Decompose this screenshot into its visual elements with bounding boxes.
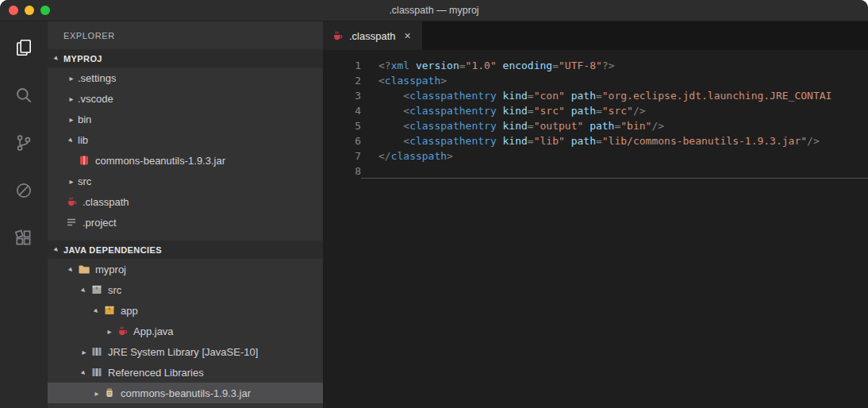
twistie-icon: ▸ [49, 242, 64, 257]
tree-item-commons-beanutils-1-9-3-jar[interactable]: commons-beanutils-1.9.3.jar [48, 150, 323, 171]
line-number: 4 [323, 103, 361, 118]
tree-item-bin[interactable]: ▸bin [48, 109, 323, 129]
explorer-sidebar: EXPLORER ▸MYPROJ▸.settings▸.vscode▸bin▸l… [48, 21, 323, 408]
line-number: 3 [323, 88, 361, 103]
activity-bar [0, 21, 48, 408]
activity-extensions-button[interactable] [6, 221, 42, 258]
titlebar: .classpath — myproj [0, 0, 868, 21]
code-text: </classpath> [361, 148, 868, 164]
tree-item-label: App.java [133, 325, 174, 337]
tree-item-referenced-libraries[interactable]: ▸Referenced Libraries [48, 362, 323, 383]
extensions-icon [13, 228, 34, 252]
activity-debug-button[interactable] [6, 174, 42, 210]
twistie-icon: ▸ [65, 177, 78, 186]
tree-item-label: .classpath [83, 196, 129, 208]
tree-item-label: bin [78, 114, 91, 125]
section-label: MYPROJ [63, 54, 102, 64]
tab-label: .classpath [349, 30, 396, 42]
line-number: 6 [323, 133, 361, 148]
section-header-java-dependencies[interactable]: ▸JAVA DEPENDENCIES [48, 241, 323, 259]
code-text: <?xml version="1.0" encoding="UTF-8"?> [361, 58, 868, 73]
tree-item-label: app [121, 305, 138, 317]
code-line-8: 8 [323, 164, 868, 179]
editor-group: .classpath × 1<?xml version="1.0" encodi… [323, 21, 868, 408]
line-number: 1 [323, 58, 361, 73]
tree-item-myproj[interactable]: ▸myproj [48, 259, 323, 279]
source-control-icon [13, 133, 34, 156]
line-number: 8 [323, 164, 361, 179]
code-line-4: 4 <classpathentry kind="src" path="src"/… [323, 103, 868, 118]
tab-classpath[interactable]: .classpath × [323, 21, 422, 50]
code-text: <classpathentry kind="output" path="bin"… [361, 118, 868, 133]
tree-item-vscode[interactable]: ▸.vscode [48, 88, 323, 109]
tree-item-label: src [108, 284, 121, 296]
line-number: 2 [323, 73, 361, 88]
tree-item-label: .settings [78, 72, 116, 84]
code-line-6: 6 <classpathentry kind="lib" path="lib/c… [323, 133, 868, 148]
section-label: JAVA DEPENDENCIES [63, 245, 162, 255]
code-line-2: 2<classpath> [323, 73, 868, 88]
tree-item-src[interactable]: ▸src [48, 171, 323, 191]
twistie-icon: ▸ [76, 282, 91, 297]
zoom-window-button[interactable] [40, 6, 50, 15]
debug-disabled-icon [13, 180, 34, 204]
library-icon [90, 345, 103, 358]
code-line-3: 3 <classpathentry kind="con" path="org.e… [323, 88, 868, 103]
package-orange-icon [103, 304, 116, 317]
tree-item-commons-beanutils-1-9-3-jar[interactable]: ▸commons-beanutils-1.9.3.jar [48, 383, 323, 403]
vscode-window: .classpath — myproj [0, 0, 868, 408]
twistie-icon: ▸ [65, 115, 78, 124]
line-number: 7 [323, 148, 361, 164]
files-icon [13, 37, 34, 61]
main-area: EXPLORER ▸MYPROJ▸.settings▸.vscode▸bin▸l… [0, 21, 868, 408]
tree-item-label: src [78, 175, 91, 187]
activity-explorer-button[interactable] [6, 31, 42, 67]
tree-item-app[interactable]: ▸app [48, 300, 323, 321]
code-text: <classpathentry kind="src" path="src"/> [361, 103, 868, 118]
tree-item-jre-system-library-javase-10[interactable]: ▸JRE System Library [JavaSE-10] [48, 341, 323, 362]
twistie-icon: ▸ [63, 132, 79, 147]
section-myproj: ▸MYPROJ▸.settings▸.vscode▸bin▸libcommons… [48, 49, 323, 233]
twistie-icon: ▸ [65, 74, 78, 83]
close-window-button[interactable] [9, 6, 18, 15]
search-icon [13, 85, 34, 109]
activity-search-button[interactable] [6, 79, 42, 115]
tab-bar: .classpath × [323, 21, 868, 50]
twistie-icon: ▸ [63, 261, 79, 276]
twistie-icon: ▸ [76, 364, 91, 379]
twistie-icon: ▸ [89, 302, 104, 318]
tree-item-label: .vscode [78, 93, 113, 105]
code-text: <classpathentry kind="lib" path="lib/com… [361, 133, 868, 148]
section-java-dependencies: ▸JAVA DEPENDENCIES▸myproj▸src▸app▸App.ja… [48, 241, 323, 403]
tree-item-label: lib [78, 134, 88, 146]
tree-item-label: JRE System Library [JavaSE-10] [108, 346, 258, 358]
twistie-icon: ▸ [103, 327, 116, 336]
tree-item-label: commons-beanutils-1.9.3.jar [95, 155, 225, 167]
tree-item-classpath[interactable]: .classpath [48, 191, 323, 212]
tree-item-label: myproj [95, 264, 126, 275]
code-text: <classpathentry kind="con" path="org.ecl… [361, 88, 868, 103]
tree-item-src[interactable]: ▸src [48, 279, 323, 300]
section-header-myproj[interactable]: ▸MYPROJ [48, 49, 323, 67]
tree-item-settings[interactable]: ▸.settings [48, 67, 323, 88]
code-line-1: 1<?xml version="1.0" encoding="UTF-8"?> [323, 58, 868, 73]
activity-source-control-button[interactable] [6, 126, 42, 163]
java-file-icon [331, 29, 344, 42]
tree-item-label: .project [83, 217, 117, 229]
minimize-window-button[interactable] [25, 6, 34, 15]
code-text [361, 164, 868, 179]
code-editor[interactable]: 1<?xml version="1.0" encoding="UTF-8"?>2… [323, 50, 868, 408]
tree-item-lib[interactable]: ▸lib [48, 129, 323, 150]
sidebar-title: EXPLORER [48, 21, 323, 49]
tree-item-app-java[interactable]: ▸App.java [48, 321, 323, 341]
tree-item-project[interactable]: .project [48, 212, 323, 233]
code-text: <classpath> [361, 73, 868, 88]
window-controls [9, 0, 50, 21]
twistie-icon: ▸ [49, 51, 64, 66]
tree-item-label: commons-beanutils-1.9.3.jar [121, 387, 251, 399]
tab-close-icon[interactable]: × [401, 29, 414, 42]
twistie-icon: ▸ [78, 348, 90, 356]
java-file-icon [65, 195, 78, 208]
code-line-5: 5 <classpathentry kind="output" path="bi… [323, 118, 868, 133]
explorer-tree: ▸MYPROJ▸.settings▸.vscode▸bin▸libcommons… [48, 49, 323, 403]
